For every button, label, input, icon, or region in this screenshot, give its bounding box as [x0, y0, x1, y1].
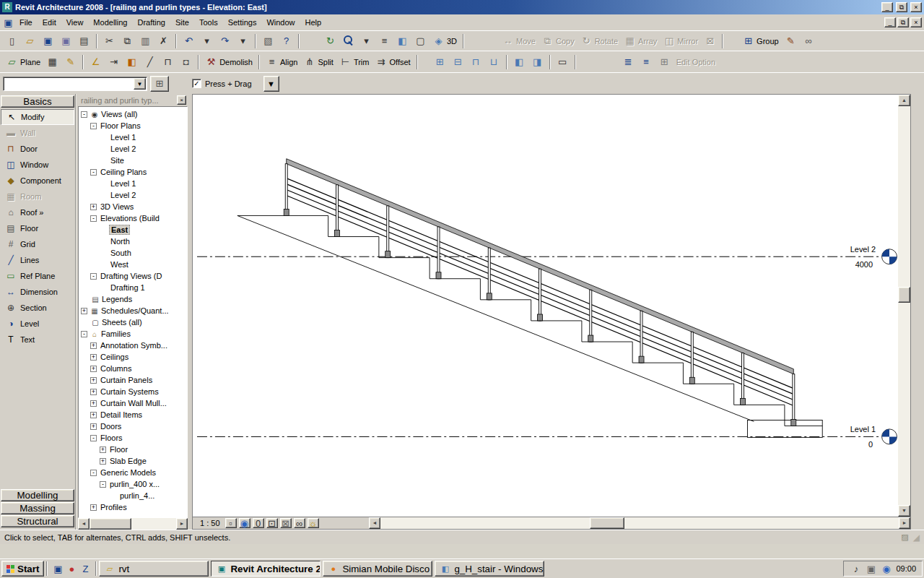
grid-surface-button[interactable]: ▦	[43, 53, 61, 71]
open-button[interactable]: ▱	[21, 33, 39, 50]
expand-icon[interactable]: +	[90, 504, 97, 511]
paste-button[interactable]: ▥	[136, 33, 154, 50]
attach-button[interactable]: ⊓	[467, 53, 485, 71]
menu-drafting[interactable]: Drafting	[132, 15, 170, 30]
unjoin-geometry-button[interactable]: ◨	[528, 53, 546, 71]
expand-icon[interactable]: +	[90, 400, 97, 407]
scroll-right-icon[interactable]: ►	[176, 518, 188, 530]
link-button[interactable]: ∞	[800, 33, 818, 50]
press-drag-checkbox[interactable]: ✓	[192, 79, 201, 88]
collapse-icon[interactable]: -	[90, 273, 97, 280]
design-bar-item-dimension[interactable]: ↔Dimension	[1, 284, 74, 300]
baluster-post[interactable]	[488, 248, 490, 300]
menu-edit[interactable]: Edit	[38, 15, 61, 30]
redo-dropdown[interactable]: ▾	[234, 33, 252, 50]
quick-launch-z[interactable]: Z	[79, 563, 91, 574]
tree-item-floor-plans[interactable]: -Floor Plans	[79, 120, 187, 131]
task-g-h-stair-windows-pict[interactable]: ◧g_H_stair - Windows Pict...	[435, 561, 544, 577]
menu-help[interactable]: Help	[300, 15, 327, 30]
tree-item-curtain-systems[interactable]: +Curtain Systems	[79, 386, 187, 397]
stair[interactable]	[237, 215, 822, 437]
tree-item-views-all[interactable]: -◉Views (all)	[79, 108, 187, 120]
close-icon[interactable]: ×	[177, 95, 186, 105]
quick-launch-keyboard[interactable]: ▣	[52, 563, 64, 574]
tree-item-elevations-build[interactable]: -Elevations (Build	[79, 212, 187, 224]
tree-item-annotation-symb[interactable]: +Annotation Symb...	[79, 340, 187, 351]
edit-option-button[interactable]: Edit Option	[674, 53, 718, 71]
baluster-post[interactable]	[285, 164, 287, 216]
menu-modelling[interactable]: Modelling	[88, 15, 132, 30]
menu-view[interactable]: View	[61, 15, 89, 30]
tree-item-purlin-4[interactable]: purlin_4...	[79, 490, 187, 501]
task-rvt[interactable]: ▱rvt	[99, 561, 209, 577]
canvas-vscrollbar[interactable]: ▲ ▼	[898, 95, 910, 517]
browser-hscrollbar[interactable]: ◄ ►	[78, 518, 188, 530]
tree-item-level-2[interactable]: Level 2	[79, 189, 187, 201]
align-button[interactable]: ≡Align	[263, 53, 300, 71]
tape-measure-button[interactable]: ∠	[87, 53, 105, 71]
collapse-icon[interactable]: -	[90, 435, 97, 441]
task-revit-architecture-20[interactable]: ▣Revit Architecture 20...	[211, 561, 321, 577]
wireframe-button[interactable]: ▢	[411, 33, 430, 50]
zoom-button[interactable]	[339, 33, 357, 50]
linework-button[interactable]: ╱	[141, 53, 159, 71]
task-simian-mobile-disco-att[interactable]: ●Simian Mobile Disco - [Att...	[323, 561, 432, 577]
expand-icon[interactable]: +	[100, 447, 106, 453]
menu-window[interactable]: Window	[261, 15, 300, 30]
menu-site[interactable]: Site	[170, 15, 194, 30]
start-button[interactable]: Start	[1, 561, 44, 577]
tree-item-site[interactable]: Site	[79, 155, 187, 166]
design-bar-item-room[interactable]: ▦Room	[1, 189, 74, 204]
canvas-hscrollbar[interactable]: ◄ ►	[369, 517, 910, 529]
mdi-close-button[interactable]: ×	[910, 17, 922, 27]
reveal-hidden-button[interactable]: ☼	[308, 518, 319, 528]
copy-button[interactable]: ⧉	[118, 33, 136, 50]
mirror-button[interactable]: ◫Mirror	[660, 33, 701, 50]
design-bar-item-grid[interactable]: #Grid	[1, 236, 74, 252]
help-button[interactable]: ?	[277, 33, 295, 50]
plane-button[interactable]: ▱Plane	[3, 53, 43, 71]
quick-launch-red[interactable]: ●	[66, 563, 77, 574]
tree-item-level-1[interactable]: Level 1	[79, 178, 187, 189]
wall-join2-button[interactable]: ⊟	[449, 53, 467, 71]
paint-roller-button[interactable]: ▭	[554, 53, 572, 71]
volume-icon[interactable]: ♪	[850, 563, 862, 575]
detail-level-button[interactable]: 0	[253, 518, 264, 528]
design-bar-item-component[interactable]: ◆Component	[1, 173, 74, 189]
expand-icon[interactable]: +	[90, 377, 97, 384]
demolish-button[interactable]: ⚒Demolish	[202, 53, 256, 71]
doc-modify-button[interactable]: ▧	[259, 33, 277, 50]
expand-icon[interactable]: +	[90, 342, 97, 349]
resize-grip[interactable]: ◢	[913, 532, 920, 543]
mdi-restore-button[interactable]: ⧉	[897, 17, 909, 27]
filter-button[interactable]: ▼	[263, 76, 279, 92]
design-bar-tab-structural[interactable]: Structural	[1, 515, 74, 527]
collapse-icon[interactable]: -	[90, 123, 97, 129]
move-button[interactable]: ↔Move	[499, 33, 539, 50]
tree-item-doors[interactable]: +Doors	[79, 420, 187, 432]
scale-button[interactable]: 1 : 50	[197, 519, 223, 527]
paint-button[interactable]: ◧	[123, 53, 141, 71]
detach-button[interactable]: ⊔	[485, 53, 503, 71]
baluster-post[interactable]	[590, 290, 592, 342]
crop-region-button[interactable]: ⊡	[266, 518, 278, 528]
tree-item-ceiling-plans[interactable]: -Ceiling Plans	[79, 166, 187, 178]
tree-item-purlin-400-x[interactable]: -purlin_400 x...	[79, 478, 187, 490]
zoom-dropdown[interactable]: ▾	[357, 33, 375, 50]
tree-item-generic-models[interactable]: -Generic Models	[79, 467, 187, 478]
design-bar-item-ref-plane[interactable]: ▭Ref Plane	[1, 268, 74, 284]
cut-button[interactable]: ✂	[100, 33, 118, 50]
menu-settings[interactable]: Settings	[223, 15, 262, 30]
collapse-icon[interactable]: -	[90, 215, 97, 222]
tree-item-drafting-1[interactable]: Drafting 1	[79, 282, 187, 293]
expand-icon[interactable]: +	[90, 204, 97, 210]
collapse-icon[interactable]: -	[90, 470, 97, 476]
baluster-post[interactable]	[691, 332, 693, 384]
thin-lines-button[interactable]: ≡	[375, 33, 393, 50]
scroll-left-icon[interactable]: ◄	[78, 518, 90, 530]
design-bar-item-floor[interactable]: ▤Floor	[1, 220, 74, 236]
baluster-post[interactable]	[387, 206, 389, 258]
top-rail[interactable]	[287, 159, 794, 374]
tree-item-ceilings[interactable]: +Ceilings	[79, 351, 187, 363]
save-button[interactable]: ▣	[39, 33, 57, 50]
